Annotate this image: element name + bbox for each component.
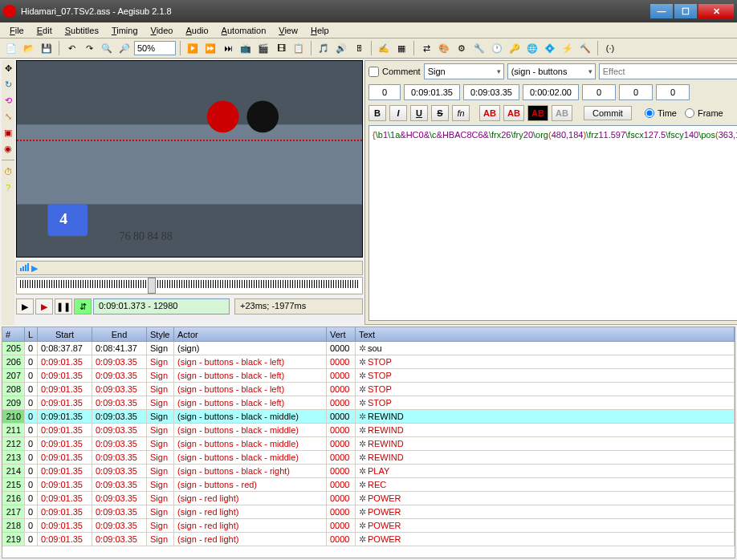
frame-radio[interactable]: [685, 108, 694, 118]
menu-video[interactable]: Video: [145, 24, 180, 37]
vector-clip-tool-icon[interactable]: ◉: [2, 142, 14, 155]
col-actor[interactable]: Actor: [174, 327, 327, 341]
toolbar-button-26[interactable]: 🎨: [436, 40, 452, 56]
toolbar-button-18[interactable]: 🎵: [316, 40, 332, 56]
col-layer[interactable]: L: [25, 327, 38, 341]
commit-button[interactable]: Commit: [584, 106, 632, 120]
minimize-button[interactable]: —: [650, 4, 673, 18]
comment-checkbox[interactable]: [368, 67, 379, 77]
toolbar-button-28[interactable]: 🔧: [471, 40, 487, 56]
table-row[interactable]: 21900:09:01.350:09:03.35Sign(sign - red …: [2, 533, 735, 546]
video-seek-bar[interactable]: [16, 277, 363, 294]
col-vert[interactable]: Vert: [327, 327, 356, 341]
toolbar-button-15[interactable]: 🎞: [273, 40, 289, 56]
menu-file[interactable]: File: [3, 24, 31, 37]
primary-color-button[interactable]: AB: [479, 105, 500, 121]
toolbar-button-6[interactable]: 🔍: [99, 40, 115, 56]
table-row[interactable]: 20900:09:01.350:09:03.35Sign(sign - butt…: [2, 396, 735, 410]
time-radio[interactable]: [645, 108, 654, 118]
subtitle-text-input[interactable]: {\b1\1a&HC0&\c&HBAC8C6&\frx26\fry20\org(…: [368, 125, 737, 321]
toolbar-button-7[interactable]: 🔎: [116, 40, 132, 56]
menu-automation[interactable]: Automation: [215, 24, 273, 37]
toolbar-button-31[interactable]: 🌐: [524, 40, 540, 56]
italic-button[interactable]: I: [389, 105, 407, 121]
toolbar-button-25[interactable]: ⇄: [418, 40, 434, 56]
crosshair-tool-icon[interactable]: ✥: [2, 62, 14, 75]
audio-indicator[interactable]: ▶: [16, 261, 363, 275]
margin-l-input[interactable]: 0: [582, 84, 616, 100]
underline-button[interactable]: U: [410, 105, 428, 121]
col-end[interactable]: End: [92, 327, 147, 341]
table-row[interactable]: 21000:09:01.350:09:03.35Sign(sign - butt…: [2, 410, 735, 424]
margin-v-input[interactable]: 0: [656, 84, 690, 100]
menu-edit[interactable]: Edit: [31, 24, 59, 37]
play-line-button[interactable]: ▶: [35, 298, 53, 314]
toolbar-button-30[interactable]: 🔑: [507, 40, 523, 56]
table-row[interactable]: 21300:09:01.350:09:03.35Sign(sign - butt…: [2, 451, 735, 465]
toolbar-button-20[interactable]: 🎚: [351, 40, 367, 56]
margin-r-input[interactable]: 0: [619, 84, 653, 100]
toolbar-button-23[interactable]: ▦: [393, 40, 409, 56]
toolbar-button-22[interactable]: ✍: [376, 40, 392, 56]
toolbar-button-11[interactable]: ⏩: [202, 40, 218, 56]
maximize-button[interactable]: ☐: [674, 4, 697, 18]
style-combo[interactable]: Sign: [424, 63, 504, 79]
toolbar-button-10[interactable]: ▶️: [185, 40, 201, 56]
table-row[interactable]: 21400:09:01.350:09:03.35Sign(sign - butt…: [2, 465, 735, 478]
rotate-z-tool-icon[interactable]: ↻: [2, 78, 14, 91]
effect-input[interactable]: [599, 63, 737, 79]
col-style[interactable]: Style: [147, 327, 174, 341]
table-row[interactable]: 21100:09:01.350:09:03.35Sign(sign - butt…: [2, 424, 735, 437]
toolbar-button-33[interactable]: ⚡: [560, 40, 576, 56]
table-row[interactable]: 21500:09:01.350:09:03.35Sign(sign - butt…: [2, 478, 735, 492]
table-row[interactable]: 21700:09:01.350:09:03.35Sign(sign - red …: [2, 505, 735, 519]
table-row[interactable]: 21200:09:01.350:09:03.35Sign(sign - butt…: [2, 437, 735, 451]
layer-input[interactable]: 0: [368, 84, 401, 100]
toolbar-button-4[interactable]: ↶: [63, 40, 79, 56]
table-row[interactable]: 20600:09:01.350:09:03.35Sign(sign - butt…: [2, 355, 735, 369]
font-button[interactable]: fn: [452, 105, 470, 121]
strike-button[interactable]: S: [431, 105, 449, 121]
table-row[interactable]: 20700:09:01.350:09:03.35Sign(sign - butt…: [2, 369, 735, 383]
start-time-input[interactable]: 0:09:01.35: [404, 84, 460, 100]
table-row[interactable]: 20500:08:37.870:08:41.37Sign(sign)0000✲s…: [2, 342, 735, 355]
toolbar-button-36[interactable]: (·): [602, 40, 618, 56]
menu-help[interactable]: Help: [304, 24, 336, 37]
end-time-input[interactable]: 0:09:03.35: [463, 84, 519, 100]
video-display[interactable]: [16, 60, 363, 258]
toolbar-button-5[interactable]: ↷: [81, 40, 97, 56]
play-button[interactable]: ▶: [16, 298, 34, 314]
toolbar-button-0[interactable]: 📄: [3, 40, 19, 56]
menu-subtitles[interactable]: Subtitles: [59, 24, 105, 37]
pause-button[interactable]: ❚❚: [55, 298, 72, 314]
clip-tool-icon[interactable]: ▣: [2, 126, 14, 139]
close-button[interactable]: ✕: [698, 4, 734, 18]
col-start[interactable]: Start: [38, 327, 92, 341]
shadow-color-button[interactable]: AB: [552, 105, 572, 121]
col-text[interactable]: Text: [356, 327, 735, 341]
table-row[interactable]: 21800:09:01.350:09:03.35Sign(sign - red …: [2, 519, 735, 533]
scale-tool-icon[interactable]: ⤡: [2, 110, 14, 123]
rotate-xy-tool-icon[interactable]: ⟲: [2, 94, 14, 107]
secondary-color-button[interactable]: AB: [503, 105, 524, 121]
toolbar-button-29[interactable]: 🕐: [489, 40, 505, 56]
toolbar-button-1[interactable]: 📂: [21, 40, 37, 56]
timing-tool-icon[interactable]: ⏱: [2, 165, 14, 178]
toolbar-button-12[interactable]: ⏭: [220, 40, 236, 56]
toggle-autoscroll-button[interactable]: ⇵: [74, 298, 92, 314]
toolbar-button-2[interactable]: 💾: [39, 40, 55, 56]
toolbar-button-32[interactable]: 💠: [542, 40, 558, 56]
col-number[interactable]: #: [2, 327, 25, 341]
bold-button[interactable]: B: [368, 105, 386, 121]
actor-combo[interactable]: (sign - buttons: [507, 63, 596, 79]
toolbar-button-34[interactable]: 🔨: [577, 40, 593, 56]
toolbar-button-14[interactable]: 🎬: [255, 40, 271, 56]
table-row[interactable]: 20800:09:01.350:09:03.35Sign(sign - butt…: [2, 383, 735, 396]
toolbar-button-13[interactable]: 📺: [238, 40, 254, 56]
toolbar-button-19[interactable]: 🔊: [333, 40, 349, 56]
table-row[interactable]: 21600:09:01.350:09:03.35Sign(sign - red …: [2, 492, 735, 505]
toolbar-button-16[interactable]: 📋: [291, 40, 307, 56]
duration-input[interactable]: 0:00:02.00: [523, 84, 579, 100]
outline-color-button[interactable]: AB: [527, 105, 548, 121]
menu-timing[interactable]: Timing: [105, 24, 145, 37]
